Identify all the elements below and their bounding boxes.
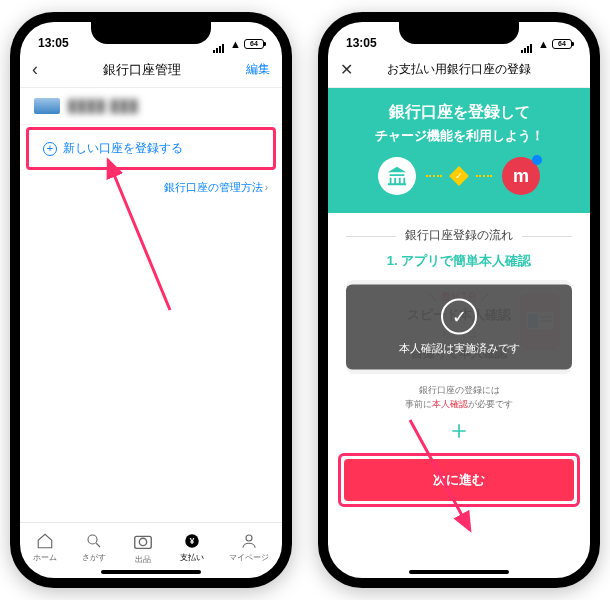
home-indicator bbox=[409, 570, 509, 574]
svg-point-0 bbox=[88, 535, 97, 544]
wifi-icon: ▲ bbox=[538, 38, 549, 50]
add-account-label: 新しい口座を登録する bbox=[63, 140, 183, 157]
close-button[interactable]: ✕ bbox=[340, 60, 360, 79]
battery-icon: 64 bbox=[552, 39, 572, 49]
tab-search[interactable]: さがす bbox=[82, 532, 106, 563]
account-name-masked: ████ ███ bbox=[68, 99, 139, 113]
status-time: 13:05 bbox=[38, 36, 69, 50]
hero-banner: 銀行口座を登録して チャージ機能を利用しよう！ ✓ m bbox=[328, 88, 590, 213]
edit-button[interactable]: 編集 bbox=[246, 61, 270, 78]
manage-accounts-link[interactable]: 銀行口座の管理方法› bbox=[20, 172, 282, 203]
content-right: 銀行口座を登録して チャージ機能を利用しよう！ ✓ m 銀行口座登録の流れ 1.… bbox=[328, 88, 590, 578]
hero-subtitle: チャージ機能を利用しよう！ bbox=[336, 127, 582, 145]
bank-circle-icon bbox=[378, 157, 416, 195]
battery-icon: 64 bbox=[244, 39, 264, 49]
phone-mockup-right: 13:05 ▲ 64 ✕ お支払い用銀行口座の登録 銀行口座を登録して チャージ… bbox=[318, 12, 600, 588]
plus-divider bbox=[328, 421, 590, 445]
person-icon bbox=[240, 532, 258, 550]
svg-point-3 bbox=[139, 538, 146, 545]
search-icon bbox=[85, 532, 103, 550]
step-1-title: 1. アプリで簡単本人確認 bbox=[328, 252, 590, 270]
overlay-text: 本人確認は実施済みです bbox=[354, 341, 564, 356]
plus-circle-icon: + bbox=[43, 142, 57, 156]
highlight-cta: 次に進む bbox=[338, 453, 580, 507]
flow-section-label: 銀行口座登録の流れ bbox=[328, 227, 590, 244]
status-right: ▲ 64 bbox=[213, 38, 264, 50]
phone-mockup-left: 13:05 ▲ 64 ‹ 銀行口座管理 編集 ████ ███ + 新しい口座を… bbox=[10, 12, 292, 588]
dash-icon bbox=[426, 175, 442, 177]
back-button[interactable]: ‹ bbox=[32, 59, 38, 80]
camera-icon bbox=[132, 530, 154, 552]
content-left: ████ ███ + 新しい口座を登録する 銀行口座の管理方法› bbox=[20, 88, 282, 522]
notch bbox=[399, 22, 519, 44]
step-number: 1. bbox=[387, 253, 398, 268]
check-circle-icon: ✓ bbox=[441, 299, 477, 335]
tab-sell[interactable]: 出品 bbox=[132, 530, 154, 565]
verified-diamond-icon: ✓ bbox=[449, 166, 469, 186]
status-time: 13:05 bbox=[346, 36, 377, 50]
nav-bar-right: ✕ お支払い用銀行口座の登録 bbox=[328, 52, 590, 88]
tab-home-label: ホーム bbox=[33, 552, 57, 563]
bank-logo-icon bbox=[34, 98, 60, 114]
hero-word-bank: 銀行口座 bbox=[389, 103, 453, 120]
step-text: アプリで簡単本人確認 bbox=[401, 253, 531, 268]
home-icon bbox=[36, 532, 54, 550]
screen-right: 13:05 ▲ 64 ✕ お支払い用銀行口座の登録 銀行口座を登録して チャージ… bbox=[328, 22, 590, 578]
note-text: 銀行口座の登録には 事前に本人確認が必要です bbox=[328, 384, 590, 411]
next-button[interactable]: 次に進む bbox=[344, 459, 574, 501]
notch bbox=[91, 22, 211, 44]
dash-icon bbox=[476, 175, 492, 177]
chevron-right-icon: › bbox=[265, 182, 268, 193]
status-right: ▲ 64 bbox=[521, 38, 572, 50]
manage-accounts-label: 銀行口座の管理方法 bbox=[164, 181, 263, 193]
tab-pay-label: 支払い bbox=[180, 552, 204, 563]
svg-point-6 bbox=[246, 535, 252, 541]
page-title: お支払い用銀行口座の登録 bbox=[360, 61, 558, 78]
hero-title: 銀行口座を登録して bbox=[336, 102, 582, 123]
hero-icons: ✓ m bbox=[336, 157, 582, 195]
add-account-button[interactable]: + 新しい口座を登録する bbox=[29, 130, 273, 167]
hero-word-register: 登録 bbox=[468, 103, 500, 120]
svg-line-1 bbox=[97, 543, 101, 547]
signal-icon bbox=[213, 39, 227, 49]
highlight-add-account: + 新しい口座を登録する bbox=[26, 127, 276, 170]
yen-icon: ¥ bbox=[183, 532, 201, 550]
mercari-circle-icon: m bbox=[502, 157, 540, 195]
home-indicator bbox=[101, 570, 201, 574]
wifi-icon: ▲ bbox=[230, 38, 241, 50]
tab-sell-label: 出品 bbox=[135, 554, 151, 565]
plus-icon bbox=[449, 421, 469, 441]
tab-home[interactable]: ホーム bbox=[33, 532, 57, 563]
nav-bar-left: ‹ 銀行口座管理 編集 bbox=[20, 52, 282, 88]
tab-pay[interactable]: ¥ 支払い bbox=[180, 532, 204, 563]
account-row[interactable]: ████ ███ bbox=[20, 88, 282, 125]
tab-mypage-label: マイページ bbox=[229, 552, 269, 563]
verified-overlay: ✓ 本人確認は実施済みです bbox=[346, 285, 572, 370]
tab-mypage[interactable]: マイページ bbox=[229, 532, 269, 563]
svg-text:¥: ¥ bbox=[189, 537, 194, 546]
card-wrapper: ＼ 最短1分 ／ スピード本人確認 もしくは 自撮りで本人確認 ✓ 本人確認は実… bbox=[328, 280, 590, 374]
screen-left: 13:05 ▲ 64 ‹ 銀行口座管理 編集 ████ ███ + 新しい口座を… bbox=[20, 22, 282, 578]
signal-icon bbox=[521, 39, 535, 49]
tab-search-label: さがす bbox=[82, 552, 106, 563]
page-title: 銀行口座管理 bbox=[103, 61, 181, 79]
